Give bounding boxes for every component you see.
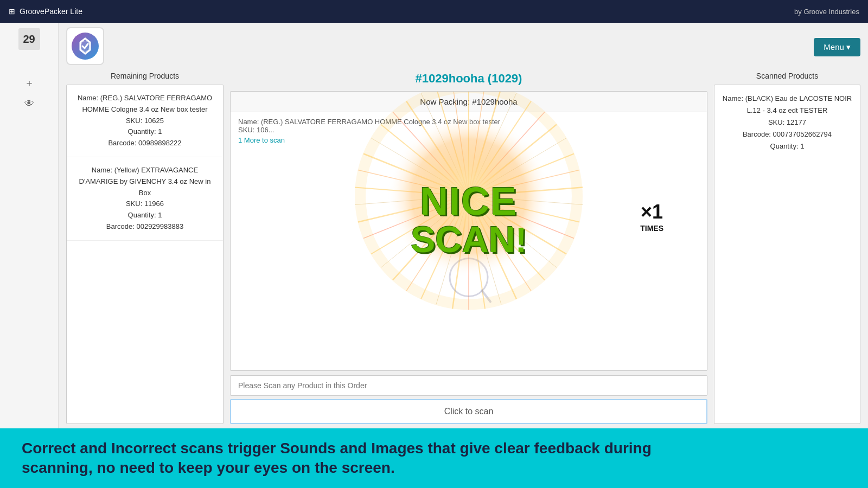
product-barcode-1: Barcode: 00989898222: [73, 138, 216, 149]
scanned-products-title: Scanned Products: [714, 72, 860, 80]
bottom-banner: Correct and Incorrect scans trigger Soun…: [0, 428, 868, 488]
remaining-product-list: Name: (REG.) SALVATORE FERRAGAMO HOMME C…: [66, 85, 224, 424]
scan-area: Now Packing: #1029hooha Name: (REG.) SAL…: [230, 91, 707, 371]
product-sku-1: SKU: 10625: [73, 115, 216, 127]
bottom-banner-text: Correct and Incorrect scans trigger Soun…: [22, 439, 652, 478]
left-sidebar: 29 ＋ 👁: [0, 23, 59, 428]
scanned-product-qty-1: Quantity: 1: [721, 140, 853, 152]
product-qty-1: Quantity: 1: [73, 126, 216, 138]
center-panel: #1029hooha (1029) Now Packing: #1029hooh…: [230, 72, 707, 424]
scanned-product-list: Name: (BLACK) Eau de LACOSTE NOIR L.12 -…: [714, 85, 860, 424]
logo-box: [66, 27, 104, 65]
remaining-products-title: Remaining Products: [66, 72, 224, 80]
menu-button[interactable]: Menu ▾: [814, 38, 860, 56]
scanned-product-barcode-1: Barcode: 000737052662794: [721, 129, 853, 140]
product-qty-2: Quantity: 1: [73, 210, 216, 221]
eye-icon[interactable]: 👁: [21, 95, 38, 112]
x-value: ×1: [640, 201, 663, 223]
times-label: TIMES: [640, 224, 663, 233]
product-name-2: Name: (Yellow) EXTRAVAGANCE D'AMARIGE by…: [73, 165, 216, 198]
list-item: Name: (BLACK) Eau de LACOSTE NOIR L.12 -…: [714, 85, 860, 160]
scanned-products-panel: Scanned Products Name: (BLACK) Eau de LA…: [714, 72, 860, 424]
scanned-product-sku-1: SKU: 12177: [721, 117, 853, 129]
nice-scan-overlay: NICE SCAN! ×1 TIMES: [231, 92, 707, 370]
scan-label: SCAN!: [411, 221, 527, 258]
scan-input-area: Click to scan: [230, 375, 707, 424]
app-title: GroovePacker Lite: [20, 7, 82, 16]
scan-text-input[interactable]: [230, 375, 707, 396]
list-item: Name: (REG.) SALVATORE FERRAGAMO HOMME C…: [67, 85, 223, 157]
company-name: by Groove Industries: [794, 8, 859, 16]
svg-point-1: [81, 42, 90, 50]
click-to-scan-button[interactable]: Click to scan: [230, 399, 707, 424]
top-bar: ⊞ GroovePacker Lite by Groove Industries: [0, 0, 868, 23]
scanned-product-name-1: Name: (BLACK) Eau de LACOSTE NOIR L.12 -…: [721, 93, 853, 117]
order-title: #1029hooha (1029): [230, 72, 707, 86]
add-icon[interactable]: ＋: [21, 74, 38, 92]
list-item: Name: (Yellow) EXTRAVAGANCE D'AMARIGE by…: [67, 157, 223, 241]
product-barcode-2: Barcode: 002929983883: [73, 221, 216, 233]
remaining-products-panel: Remaining Products Name: (REG.) SALVATOR…: [66, 72, 224, 424]
x-times-badge: ×1 TIMES: [640, 201, 663, 233]
app-icon: ⊞: [9, 7, 15, 16]
product-sku-2: SKU: 11966: [73, 198, 216, 210]
product-name-1: Name: (REG.) SALVATORE FERRAGAMO HOMME C…: [73, 93, 216, 115]
nice-label: NICE: [411, 182, 527, 221]
nice-scan-text: NICE SCAN!: [411, 182, 527, 258]
day-badge: 29: [18, 28, 40, 50]
exclaim-label: !: [515, 221, 527, 260]
logo-svg: [71, 31, 100, 61]
